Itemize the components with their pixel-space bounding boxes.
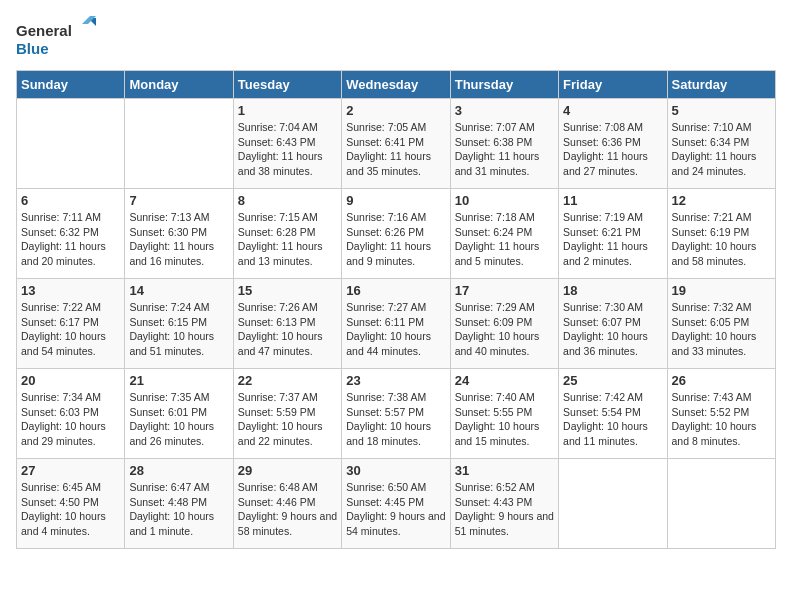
calendar-cell	[125, 99, 233, 189]
day-info: Sunrise: 7:35 AM Sunset: 6:01 PM Dayligh…	[129, 390, 228, 449]
day-info: Sunrise: 7:22 AM Sunset: 6:17 PM Dayligh…	[21, 300, 120, 359]
calendar-cell: 3 Sunrise: 7:07 AM Sunset: 6:38 PM Dayli…	[450, 99, 558, 189]
day-number: 3	[455, 103, 554, 118]
calendar-cell: 9 Sunrise: 7:16 AM Sunset: 6:26 PM Dayli…	[342, 189, 450, 279]
day-info: Sunrise: 7:43 AM Sunset: 5:52 PM Dayligh…	[672, 390, 771, 449]
day-number: 9	[346, 193, 445, 208]
calendar-cell: 6 Sunrise: 7:11 AM Sunset: 6:32 PM Dayli…	[17, 189, 125, 279]
day-info: Sunrise: 6:45 AM Sunset: 4:50 PM Dayligh…	[21, 480, 120, 539]
calendar-cell	[559, 459, 667, 549]
calendar-cell: 27 Sunrise: 6:45 AM Sunset: 4:50 PM Dayl…	[17, 459, 125, 549]
day-number: 21	[129, 373, 228, 388]
calendar-cell: 20 Sunrise: 7:34 AM Sunset: 6:03 PM Dayl…	[17, 369, 125, 459]
day-header-monday: Monday	[125, 71, 233, 99]
day-header-saturday: Saturday	[667, 71, 775, 99]
day-header-thursday: Thursday	[450, 71, 558, 99]
day-number: 25	[563, 373, 662, 388]
day-info: Sunrise: 7:19 AM Sunset: 6:21 PM Dayligh…	[563, 210, 662, 269]
calendar-cell: 15 Sunrise: 7:26 AM Sunset: 6:13 PM Dayl…	[233, 279, 341, 369]
day-number: 27	[21, 463, 120, 478]
calendar-cell: 21 Sunrise: 7:35 AM Sunset: 6:01 PM Dayl…	[125, 369, 233, 459]
day-number: 18	[563, 283, 662, 298]
day-number: 1	[238, 103, 337, 118]
day-number: 20	[21, 373, 120, 388]
calendar-cell: 26 Sunrise: 7:43 AM Sunset: 5:52 PM Dayl…	[667, 369, 775, 459]
calendar-cell: 10 Sunrise: 7:18 AM Sunset: 6:24 PM Dayl…	[450, 189, 558, 279]
day-header-tuesday: Tuesday	[233, 71, 341, 99]
day-info: Sunrise: 7:38 AM Sunset: 5:57 PM Dayligh…	[346, 390, 445, 449]
day-info: Sunrise: 7:08 AM Sunset: 6:36 PM Dayligh…	[563, 120, 662, 179]
calendar-week-row: 13 Sunrise: 7:22 AM Sunset: 6:17 PM Dayl…	[17, 279, 776, 369]
page-header: General Blue	[16, 16, 776, 60]
svg-text:General: General	[16, 22, 72, 39]
calendar-cell	[667, 459, 775, 549]
day-header-sunday: Sunday	[17, 71, 125, 99]
day-number: 23	[346, 373, 445, 388]
day-number: 28	[129, 463, 228, 478]
day-number: 17	[455, 283, 554, 298]
calendar-cell: 7 Sunrise: 7:13 AM Sunset: 6:30 PM Dayli…	[125, 189, 233, 279]
day-number: 7	[129, 193, 228, 208]
calendar-cell: 16 Sunrise: 7:27 AM Sunset: 6:11 PM Dayl…	[342, 279, 450, 369]
calendar-cell: 19 Sunrise: 7:32 AM Sunset: 6:05 PM Dayl…	[667, 279, 775, 369]
day-info: Sunrise: 7:11 AM Sunset: 6:32 PM Dayligh…	[21, 210, 120, 269]
calendar-cell	[17, 99, 125, 189]
day-number: 4	[563, 103, 662, 118]
day-number: 14	[129, 283, 228, 298]
calendar-week-row: 1 Sunrise: 7:04 AM Sunset: 6:43 PM Dayli…	[17, 99, 776, 189]
logo: General Blue	[16, 16, 96, 60]
calendar-cell: 4 Sunrise: 7:08 AM Sunset: 6:36 PM Dayli…	[559, 99, 667, 189]
day-number: 26	[672, 373, 771, 388]
day-number: 5	[672, 103, 771, 118]
calendar-cell: 2 Sunrise: 7:05 AM Sunset: 6:41 PM Dayli…	[342, 99, 450, 189]
calendar-cell: 1 Sunrise: 7:04 AM Sunset: 6:43 PM Dayli…	[233, 99, 341, 189]
day-number: 16	[346, 283, 445, 298]
day-info: Sunrise: 7:16 AM Sunset: 6:26 PM Dayligh…	[346, 210, 445, 269]
day-info: Sunrise: 6:47 AM Sunset: 4:48 PM Dayligh…	[129, 480, 228, 539]
day-number: 30	[346, 463, 445, 478]
day-info: Sunrise: 7:10 AM Sunset: 6:34 PM Dayligh…	[672, 120, 771, 179]
day-info: Sunrise: 7:18 AM Sunset: 6:24 PM Dayligh…	[455, 210, 554, 269]
logo-svg: General Blue	[16, 16, 96, 60]
day-info: Sunrise: 7:29 AM Sunset: 6:09 PM Dayligh…	[455, 300, 554, 359]
day-info: Sunrise: 7:32 AM Sunset: 6:05 PM Dayligh…	[672, 300, 771, 359]
day-info: Sunrise: 7:15 AM Sunset: 6:28 PM Dayligh…	[238, 210, 337, 269]
calendar-week-row: 20 Sunrise: 7:34 AM Sunset: 6:03 PM Dayl…	[17, 369, 776, 459]
calendar-cell: 14 Sunrise: 7:24 AM Sunset: 6:15 PM Dayl…	[125, 279, 233, 369]
calendar-cell: 25 Sunrise: 7:42 AM Sunset: 5:54 PM Dayl…	[559, 369, 667, 459]
day-number: 6	[21, 193, 120, 208]
day-info: Sunrise: 6:48 AM Sunset: 4:46 PM Dayligh…	[238, 480, 337, 539]
day-info: Sunrise: 7:37 AM Sunset: 5:59 PM Dayligh…	[238, 390, 337, 449]
day-info: Sunrise: 7:42 AM Sunset: 5:54 PM Dayligh…	[563, 390, 662, 449]
calendar-cell: 12 Sunrise: 7:21 AM Sunset: 6:19 PM Dayl…	[667, 189, 775, 279]
calendar-header-row: SundayMondayTuesdayWednesdayThursdayFrid…	[17, 71, 776, 99]
calendar-cell: 17 Sunrise: 7:29 AM Sunset: 6:09 PM Dayl…	[450, 279, 558, 369]
day-info: Sunrise: 7:27 AM Sunset: 6:11 PM Dayligh…	[346, 300, 445, 359]
calendar-cell: 30 Sunrise: 6:50 AM Sunset: 4:45 PM Dayl…	[342, 459, 450, 549]
calendar-cell: 5 Sunrise: 7:10 AM Sunset: 6:34 PM Dayli…	[667, 99, 775, 189]
day-number: 31	[455, 463, 554, 478]
day-info: Sunrise: 7:13 AM Sunset: 6:30 PM Dayligh…	[129, 210, 228, 269]
day-info: Sunrise: 7:24 AM Sunset: 6:15 PM Dayligh…	[129, 300, 228, 359]
day-number: 19	[672, 283, 771, 298]
day-number: 12	[672, 193, 771, 208]
calendar-cell: 28 Sunrise: 6:47 AM Sunset: 4:48 PM Dayl…	[125, 459, 233, 549]
calendar-cell: 29 Sunrise: 6:48 AM Sunset: 4:46 PM Dayl…	[233, 459, 341, 549]
calendar-cell: 11 Sunrise: 7:19 AM Sunset: 6:21 PM Dayl…	[559, 189, 667, 279]
day-number: 13	[21, 283, 120, 298]
calendar-cell: 31 Sunrise: 6:52 AM Sunset: 4:43 PM Dayl…	[450, 459, 558, 549]
calendar-cell: 23 Sunrise: 7:38 AM Sunset: 5:57 PM Dayl…	[342, 369, 450, 459]
calendar-cell: 8 Sunrise: 7:15 AM Sunset: 6:28 PM Dayli…	[233, 189, 341, 279]
svg-text:Blue: Blue	[16, 40, 49, 57]
calendar-cell: 24 Sunrise: 7:40 AM Sunset: 5:55 PM Dayl…	[450, 369, 558, 459]
day-header-friday: Friday	[559, 71, 667, 99]
day-number: 29	[238, 463, 337, 478]
calendar-table: SundayMondayTuesdayWednesdayThursdayFrid…	[16, 70, 776, 549]
day-number: 8	[238, 193, 337, 208]
day-number: 22	[238, 373, 337, 388]
day-info: Sunrise: 7:34 AM Sunset: 6:03 PM Dayligh…	[21, 390, 120, 449]
day-info: Sunrise: 7:40 AM Sunset: 5:55 PM Dayligh…	[455, 390, 554, 449]
day-number: 24	[455, 373, 554, 388]
day-number: 10	[455, 193, 554, 208]
day-info: Sunrise: 7:21 AM Sunset: 6:19 PM Dayligh…	[672, 210, 771, 269]
